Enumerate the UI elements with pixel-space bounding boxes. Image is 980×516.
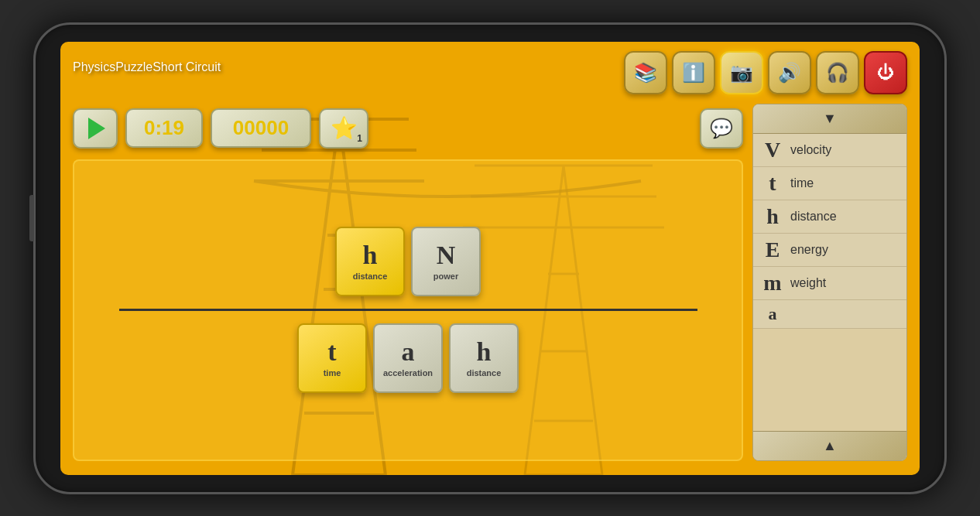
scroll-up-button[interactable]: ▼ — [753, 104, 906, 134]
star-icon: ⭐ — [331, 118, 358, 139]
panel-item-weight[interactable]: m weight — [753, 267, 906, 300]
tile-label-power: power — [433, 272, 458, 281]
panel-items: V velocity t time h distance E energy — [753, 134, 906, 431]
camera-button[interactable]: 📷 — [720, 51, 763, 94]
tile-letter-n: N — [437, 242, 456, 268]
chat-button[interactable]: 💬 — [700, 108, 743, 149]
side-button — [29, 195, 34, 241]
tile-letter-h: h — [363, 242, 378, 268]
info-button[interactable]: ℹ️ — [672, 51, 715, 94]
chat-icon: 💬 — [710, 118, 733, 139]
panel-letter-v: V — [761, 139, 784, 161]
panel-word-weight: weight — [790, 276, 826, 290]
panel-item-velocity[interactable]: V velocity — [753, 134, 906, 167]
panel-letter-t: t — [761, 173, 784, 194]
timer-display: 0:19 — [125, 108, 203, 148]
headphones-button[interactable]: 🎧 — [816, 51, 859, 94]
power-button[interactable]: ⏻ — [864, 51, 907, 94]
puzzle-board: h distance N power t — [73, 159, 743, 461]
tile-distance-h[interactable]: h distance — [335, 227, 405, 296]
star-count: 1 — [357, 133, 362, 144]
tile-time-t[interactable]: t time — [297, 323, 367, 393]
tile-power-n[interactable]: N power — [411, 227, 481, 296]
panel-word-distance: distance — [790, 210, 837, 224]
panel-item-more[interactable]: a — [753, 300, 906, 329]
puzzle-bottom-row: t time a acceleration h distance — [297, 323, 519, 393]
tile-acceleration-a[interactable]: a acceleration — [373, 323, 443, 393]
main-content: 0:19 00000 ⭐ 1 💬 h — [60, 101, 920, 464]
chevron-down-icon: ▼ — [823, 111, 837, 127]
phone-frame: PhysicsPuzzleShort Circuit 📚 ℹ️ 📷 🔊 🎧 ⏻ — [33, 22, 947, 494]
scroll-down-button[interactable]: ▲ — [753, 431, 906, 460]
panel-item-distance[interactable]: h distance — [753, 200, 906, 234]
tile-distance-h2[interactable]: h distance — [449, 323, 519, 393]
app-subtitle: Short Circuit — [152, 60, 221, 73]
star-button[interactable]: ⭐ 1 — [319, 108, 368, 149]
right-panel: ▼ V velocity t time h distance — [752, 104, 907, 461]
game-area: 0:19 00000 ⭐ 1 💬 h — [73, 104, 743, 461]
header: PhysicsPuzzleShort Circuit 📚 ℹ️ 📷 🔊 🎧 ⏻ — [60, 42, 920, 101]
play-button[interactable] — [73, 108, 118, 149]
panel-letter-e: E — [761, 239, 784, 261]
tile-label-time: time — [324, 368, 341, 378]
puzzle-top-row: h distance N power — [335, 227, 481, 296]
chevron-up-icon: ▲ — [823, 438, 837, 454]
app-title: PhysicsPuzzleShort Circuit — [73, 60, 615, 84]
books-button[interactable]: 📚 — [624, 51, 667, 94]
panel-item-energy[interactable]: E energy — [753, 234, 906, 267]
game-controls: 0:19 00000 ⭐ 1 💬 — [73, 104, 743, 153]
tile-label-acceleration: acceleration — [383, 368, 433, 378]
speaker-button[interactable]: 🔊 — [768, 51, 811, 94]
play-icon — [88, 118, 105, 139]
panel-word-energy: energy — [790, 243, 828, 257]
panel-word-time: time — [790, 176, 814, 190]
app-title-main: PhysicsPuzzle — [73, 60, 152, 73]
tile-label-distance: distance — [353, 272, 388, 281]
panel-item-time[interactable]: t time — [753, 167, 906, 200]
tile-letter-h2: h — [477, 339, 492, 365]
tile-label-distance2: distance — [467, 368, 502, 378]
score-display: 00000 — [211, 108, 311, 148]
tile-letter-t: t — [327, 339, 336, 365]
panel-word-velocity: velocity — [790, 143, 831, 157]
divider-line — [119, 309, 697, 311]
panel-letter-m: m — [761, 272, 784, 294]
panel-letter-h: h — [761, 206, 784, 227]
phone-screen: PhysicsPuzzleShort Circuit 📚 ℹ️ 📷 🔊 🎧 ⏻ — [60, 42, 920, 475]
panel-letter-a: a — [761, 306, 784, 323]
toolbar-buttons: 📚 ℹ️ 📷 🔊 🎧 ⏻ — [624, 51, 907, 94]
tile-letter-a: a — [402, 339, 415, 365]
